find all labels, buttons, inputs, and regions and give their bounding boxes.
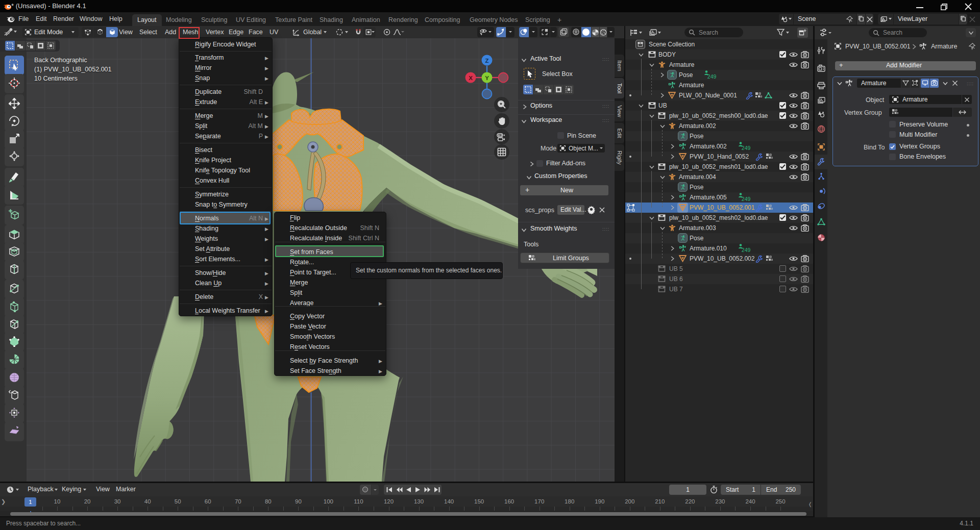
svg-text:X: X: [469, 75, 473, 81]
svg-text:Y: Y: [485, 75, 489, 81]
svg-text:Z: Z: [485, 58, 488, 64]
